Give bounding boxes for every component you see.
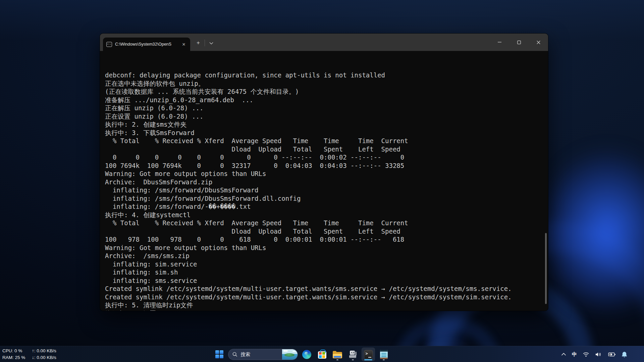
taskbar-app-file-explorer[interactable] [331,348,344,361]
taskbar-app-store[interactable] [315,348,329,361]
maximize-icon [517,41,521,44]
chevron-down-icon [209,42,213,45]
running-indicator [352,359,354,360]
running-indicator [383,359,385,360]
ime-indicator[interactable]: 中 [572,351,577,358]
close-button[interactable] [529,34,548,51]
terminal-scrollbar[interactable] [545,233,547,304]
terminal-output[interactable]: debconf: delaying package configuration,… [100,51,548,311]
windows-logo-icon [215,350,223,358]
terminal-output-lines: debconf: delaying package configuration,… [105,71,542,311]
taskbar: CPU: 0 % ↑: 0.00 KB/s RAM: 25 % ↓: 0.00 … [0,346,644,362]
robot-app-icon [348,350,357,359]
active-running-indicator [364,359,372,360]
terminal-tab[interactable]: C:\ C:\Windows\System32\OpenS ✕ [103,38,190,51]
taskbar-app-terminal[interactable]: > [362,348,375,361]
chevron-up-icon [561,353,566,356]
taskbar-app-robot[interactable] [346,348,360,361]
taskbar-app-edge[interactable] [300,348,313,361]
close-icon [537,41,540,44]
wifi-icon [583,352,589,357]
tray-overflow-button[interactable] [561,353,566,356]
speaker-icon [595,352,602,357]
battery-button[interactable] [607,352,616,357]
minimize-icon [498,42,501,43]
start-button[interactable] [213,348,226,361]
new-tab-button[interactable]: + [193,38,203,48]
search-placeholder: 搜索 [240,351,279,358]
upload-speed-label: ↑: 0.00 KB/s [32,348,56,354]
taskbar-app-notepad[interactable] [377,348,390,361]
cmd-icon: C:\ [106,42,112,47]
notepad-icon [380,350,388,359]
traffic-monitor-widget[interactable]: CPU: 0 % ↑: 0.00 KB/s RAM: 25 % ↓: 0.00 … [2,348,56,361]
edge-icon [302,350,311,359]
battery-charging-icon [607,352,616,357]
window-controls [490,34,548,51]
ram-usage-label: RAM: 25 % [2,354,31,361]
tab-close-icon[interactable]: ✕ [181,42,187,47]
windows-terminal-icon: > [364,350,373,359]
download-speed-label: ↓: 0.00 KB/s [32,354,56,361]
tab-title: C:\Windows\System32\OpenS [115,42,178,47]
taskbar-center: 搜索 [213,348,390,361]
maximize-button[interactable] [509,34,529,51]
search-box[interactable]: 搜索 [228,349,298,360]
search-icon [232,352,237,357]
volume-button[interactable] [595,352,602,357]
file-explorer-icon [333,351,342,358]
microsoft-store-icon [318,351,326,359]
tab-dropdown-button[interactable] [207,38,216,48]
search-highlight-image[interactable] [282,349,298,360]
bell-icon [622,351,627,358]
system-tray: 中 [561,346,627,362]
terminal-window: C:\ C:\Windows\System32\OpenS ✕ + [100,34,548,311]
cpu-usage-label: CPU: 0 % [2,348,31,354]
running-indicator [336,359,338,360]
notification-bell-button[interactable] [622,351,627,358]
terminal-titlebar[interactable]: C:\ C:\Windows\System32\OpenS ✕ + [100,34,548,51]
tab-divider [205,40,205,46]
minimize-button[interactable] [490,34,509,51]
network-button[interactable] [583,352,589,357]
